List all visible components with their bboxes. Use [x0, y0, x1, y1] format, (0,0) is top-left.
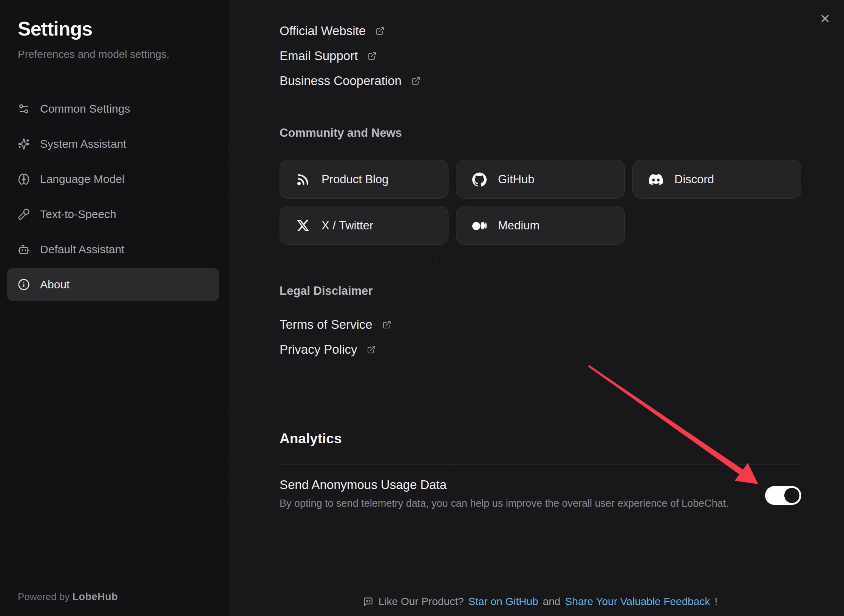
- brain-icon: [18, 173, 30, 185]
- footer-text: and: [543, 595, 561, 608]
- sidebar-item-label: Language Model: [40, 173, 125, 186]
- mic-icon: [18, 208, 30, 220]
- sliders-icon: [18, 103, 30, 115]
- external-link-icon: [382, 320, 391, 329]
- contact-us-heading: Contact Us: [280, 0, 801, 2]
- external-link-icon: [367, 345, 376, 354]
- setting-texts: Send Anonymous Usage Data By opting to s…: [280, 476, 729, 510]
- external-link-icon: [376, 26, 385, 36]
- external-link-icon: [411, 76, 420, 85]
- button-label: Product Blog: [322, 173, 389, 186]
- sidebar-item-common-settings[interactable]: Common Settings: [7, 93, 219, 125]
- discord-button[interactable]: Discord: [632, 160, 801, 199]
- share-feedback-link[interactable]: Share Your Valuable Feedback: [565, 595, 710, 608]
- x-twitter-icon: [296, 218, 310, 233]
- business-cooperation-link[interactable]: Business Cooperation: [280, 68, 420, 93]
- analytics-setting-row: Send Anonymous Usage Data By opting to s…: [280, 476, 801, 510]
- sidebar-item-label: Common Settings: [40, 102, 130, 115]
- feedback-footer: Like Our Product? Star on GitHub and Sha…: [280, 595, 801, 608]
- community-buttons: Product Blog GitHub Discord X / Twitter: [280, 160, 801, 245]
- contact-links: Official Website Email Support Business …: [280, 19, 801, 93]
- analytics-heading: Analytics: [280, 430, 801, 447]
- settings-sidebar: Settings Preferences and model settings.…: [0, 0, 229, 616]
- settings-nav: Common Settings System Assistant Languag…: [0, 93, 229, 301]
- button-label: GitHub: [498, 173, 534, 186]
- bot-icon: [18, 243, 30, 255]
- button-label: Discord: [674, 173, 714, 186]
- about-panel: Contact Us Official Website Email Suppor…: [229, 0, 844, 616]
- section-divider: [280, 262, 801, 262]
- toggle-knob: [784, 488, 799, 503]
- sidebar-item-label: System Assistant: [40, 138, 126, 150]
- sidebar-item-system-assistant[interactable]: System Assistant: [7, 128, 219, 160]
- lobehub-brand[interactable]: LobeHub: [73, 591, 118, 602]
- page-subtitle: Preferences and model settings.: [18, 48, 229, 61]
- star-on-github-link[interactable]: Star on GitHub: [468, 595, 538, 608]
- setting-description: By opting to send telemetry data, you ca…: [280, 497, 729, 510]
- send-usage-data-toggle[interactable]: [765, 486, 801, 505]
- product-blog-button[interactable]: Product Blog: [280, 160, 448, 199]
- close-icon: [819, 12, 831, 25]
- medium-icon: [472, 218, 487, 233]
- info-icon: [18, 279, 30, 291]
- setting-label: Send Anonymous Usage Data: [280, 476, 729, 494]
- community-heading: Community and News: [280, 126, 801, 140]
- link-label: Business Cooperation: [280, 74, 402, 88]
- rss-icon: [296, 172, 310, 187]
- sidebar-item-language-model[interactable]: Language Model: [7, 163, 219, 195]
- button-label: Medium: [498, 219, 539, 232]
- sidebar-item-label: Default Assistant: [40, 243, 124, 256]
- external-link-icon: [368, 51, 377, 60]
- sidebar-item-label: About: [40, 278, 70, 291]
- section-divider: [280, 107, 801, 107]
- page-title: Settings: [18, 17, 229, 40]
- footer-text: Like Our Product?: [379, 595, 464, 608]
- link-label: Official Website: [280, 24, 366, 38]
- link-label: Email Support: [280, 49, 358, 63]
- close-button[interactable]: [817, 11, 833, 26]
- sidebar-item-text-to-speech[interactable]: Text-to-Speech: [7, 198, 219, 231]
- x-twitter-button[interactable]: X / Twitter: [280, 206, 448, 245]
- sidebar-item-default-assistant[interactable]: Default Assistant: [7, 233, 219, 266]
- official-website-link[interactable]: Official Website: [280, 19, 385, 43]
- sparkles-icon: [18, 138, 30, 150]
- sidebar-item-about[interactable]: About: [7, 268, 219, 301]
- email-support-link[interactable]: Email Support: [280, 43, 377, 68]
- button-label: X / Twitter: [322, 219, 373, 232]
- link-label: Privacy Policy: [280, 342, 357, 357]
- privacy-policy-link[interactable]: Privacy Policy: [280, 337, 376, 362]
- footer-text: !: [714, 595, 717, 608]
- powered-by: Powered by LobeHub: [18, 590, 118, 604]
- legal-links: Terms of Service Privacy Policy: [280, 312, 801, 362]
- legal-heading: Legal Disclaimer: [280, 284, 801, 298]
- github-button[interactable]: GitHub: [456, 160, 625, 199]
- powered-by-text: Powered by: [18, 591, 70, 602]
- sidebar-item-label: Text-to-Speech: [40, 208, 116, 221]
- discord-icon: [649, 172, 663, 187]
- github-icon: [472, 172, 487, 187]
- section-divider: [280, 464, 801, 465]
- terms-of-service-link[interactable]: Terms of Service: [280, 312, 391, 337]
- message-square-quote-icon: [363, 597, 373, 607]
- link-label: Terms of Service: [280, 317, 373, 332]
- medium-button[interactable]: Medium: [456, 206, 625, 245]
